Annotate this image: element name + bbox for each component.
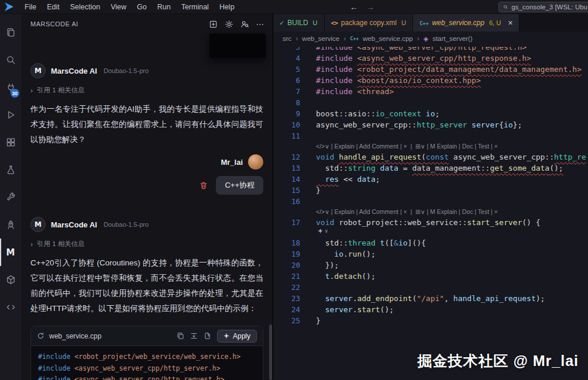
package-icon[interactable] — [0, 266, 21, 293]
rocket-icon[interactable] — [0, 211, 21, 239]
delete-message-icon[interactable] — [200, 181, 208, 189]
tab-build[interactable]: ✓BUILDU — [273, 14, 325, 32]
code-line[interactable]: 15} — [273, 185, 588, 196]
breadcrumb-item[interactable]: src — [283, 35, 291, 42]
new-file-icon[interactable] — [204, 332, 211, 340]
breadcrumb-item[interactable]: web_service — [302, 35, 339, 42]
menu-file[interactable]: File — [19, 1, 42, 13]
line-number: 11 — [273, 130, 300, 141]
assistant-message-header: M MarsCode AI Doubao-1.5-pro — [30, 63, 263, 78]
code-line[interactable]: 11 — [273, 130, 588, 141]
line-number: 8 — [273, 97, 300, 108]
code-line[interactable]: 21 t.detach(); — [273, 271, 588, 282]
chevron-right-icon: › — [417, 34, 419, 43]
breadcrumb-item[interactable]: web_service.cpp — [363, 35, 413, 42]
code-line[interactable]: 16 — [273, 196, 588, 207]
tab-web_service-cpp[interactable]: C++web_service.cpp6, U× — [413, 14, 520, 32]
code-text: std::string data = data_management::get_… — [316, 163, 563, 174]
explorer-icon[interactable] — [0, 19, 21, 46]
testing-icon[interactable] — [0, 156, 21, 184]
code-text: #include <robot_project/data_management/… — [316, 64, 582, 75]
run-debug-icon[interactable] — [0, 101, 21, 129]
menu-help[interactable]: Help — [214, 1, 240, 13]
codelens-row[interactable]: </>∨ | Explain | Add Comment | × | ⊞∨ | … — [316, 207, 588, 217]
line-number: 9 — [273, 108, 300, 119]
nav-back-arrow[interactable]: ← — [350, 2, 358, 12]
assistant-message-header: M MarsCode AI Doubao-1.5-pro — [30, 217, 263, 232]
code-line[interactable]: 8 — [273, 97, 588, 108]
watermark: 掘金技术社区 @ Mr_lai — [417, 351, 579, 371]
code-text: res << data; — [316, 174, 380, 185]
codelens-row[interactable]: </>∨ | Explain | Add Comment | × | ⊞∨ | … — [316, 141, 588, 151]
insert-at-cursor-icon[interactable] — [190, 332, 198, 340]
line-number: 20 — [273, 260, 300, 271]
method-icon: ◈ — [424, 35, 428, 43]
tab-label: BUILD — [287, 19, 308, 27]
user-message-header: Mr_lai — [30, 154, 263, 170]
sidebar-scrollbar[interactable] — [269, 324, 272, 380]
code-line[interactable]: 14 res << data; — [273, 174, 588, 185]
code-line[interactable]: 23 server.add_endpoint("/api", handle_ap… — [273, 293, 588, 304]
line-number: 10 — [273, 119, 300, 130]
tools-icon[interactable] — [0, 184, 21, 211]
apply-button[interactable]: Apply — [217, 330, 257, 343]
reference-toggle[interactable]: › 引用 1 相关信息 — [30, 86, 263, 95]
code-text: async_web_server_cpp::http_server server… — [316, 119, 522, 130]
line-number: 16 — [273, 196, 300, 207]
nav-forward-arrow[interactable]: → — [366, 2, 374, 12]
code-line[interactable]: 25} — [273, 315, 588, 326]
more-actions-icon[interactable]: ⋯ — [256, 21, 265, 27]
menu-terminal[interactable]: Terminal — [176, 1, 214, 13]
sidebar-header: MARSCODE AI ⋯ — [21, 14, 273, 34]
marscode-icon[interactable]: M — [0, 239, 21, 266]
tab-package-copy-xml[interactable]: <>package copy.xmlU — [325, 14, 413, 32]
code-line[interactable]: 17void robot_project::web_service::start… — [273, 217, 588, 228]
copy-icon[interactable] — [177, 332, 184, 340]
new-chat-icon[interactable] — [209, 20, 218, 29]
code-line[interactable]: 18 std::thread t([&io](){ — [273, 237, 588, 248]
code-line[interactable]: 12void handle_api_request(const async_we… — [273, 151, 588, 163]
code-line[interactable]: 3#include <async_web_server_cpp/http_req… — [273, 47, 588, 53]
code-line[interactable]: 20 }); — [273, 260, 588, 271]
code-line[interactable]: 6#include <boost/asio/io_context.hpp> — [273, 75, 588, 86]
gear-icon[interactable] — [225, 20, 233, 29]
code-line[interactable]: 22 — [273, 282, 588, 293]
menu-run[interactable]: Run — [152, 1, 176, 13]
line-number: 17 — [273, 217, 300, 228]
code-line[interactable]: 24 server.start(); — [273, 304, 588, 315]
code-line[interactable]: 9boost::asio::io_context io; — [273, 108, 588, 119]
code-line[interactable]: 19 io.run(); — [273, 248, 588, 260]
code-text: void handle_api_request(const async_web_… — [316, 151, 586, 163]
reference-label: 引用 1 相关信息 — [37, 240, 85, 248]
code-text: #include <boost/asio/io_context.hpp> — [316, 75, 481, 86]
breadcrumb-item[interactable]: start_server() — [432, 35, 472, 42]
marscode-inline-action-icon[interactable]: ∨ — [318, 228, 328, 234]
menu-go[interactable]: Go — [132, 1, 152, 13]
user-message-bubble: C++协程 — [216, 176, 263, 195]
user-name: Mr_lai — [221, 158, 243, 167]
remote-explorer-icon[interactable]: 30 — [0, 74, 21, 101]
marscode-icon: M — [6, 247, 15, 258]
code-line[interactable]: 13 std::string data = data_management::g… — [273, 163, 588, 174]
reference-toggle[interactable]: › 引用 1 相关信息 — [30, 240, 263, 248]
line-number: 24 — [273, 304, 300, 315]
code-text: #include <async_web_server_cpp/http_requ… — [316, 47, 527, 47]
code-line[interactable]: 7#include <thread> — [273, 86, 588, 97]
search-icon[interactable] — [0, 46, 21, 74]
menu-selection[interactable]: Selection — [65, 1, 105, 13]
code-text: #include <thread> — [316, 86, 394, 97]
menu-view[interactable]: View — [105, 1, 132, 13]
close-icon[interactable]: × — [508, 18, 513, 27]
line-number: 14 — [273, 174, 300, 185]
activity-bar: 30M — [0, 14, 21, 380]
code-line[interactable]: 5#include <robot_project/data_management… — [273, 64, 588, 75]
code-icon[interactable] — [0, 293, 21, 321]
cpp-file-icon: C++ — [350, 36, 359, 42]
code-line[interactable]: 10async_web_server_cpp::http_server serv… — [273, 119, 588, 130]
command-center-search[interactable]: gs_console_3 [WSL: Ubu — [498, 2, 588, 12]
menu-edit[interactable]: Edit — [42, 1, 65, 13]
extensions-icon[interactable] — [0, 129, 21, 156]
user-search-icon[interactable] — [240, 20, 249, 29]
code-line[interactable]: 4#include <async_web_server_cpp/http_res… — [273, 53, 588, 64]
line-number: 19 — [273, 248, 300, 260]
